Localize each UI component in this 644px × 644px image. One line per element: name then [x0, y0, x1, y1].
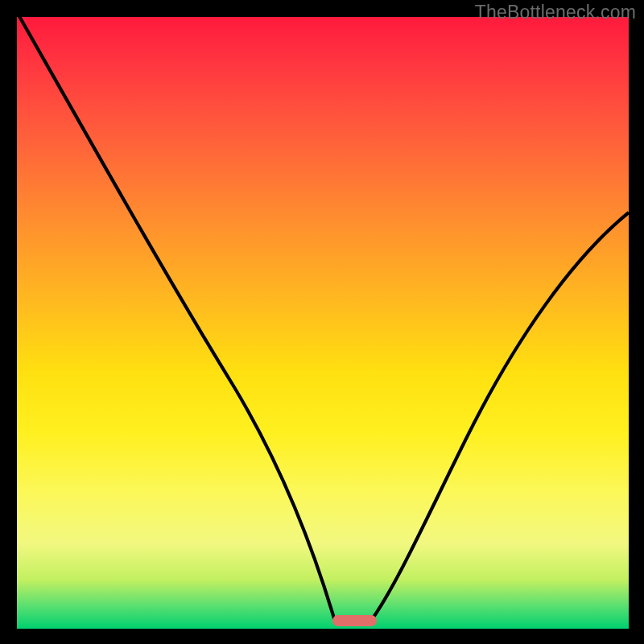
plot-area	[17, 17, 629, 629]
curve-right-branch	[369, 213, 629, 624]
chart-frame: TheBottleneck.com	[0, 0, 644, 644]
curve-left-branch	[17, 17, 340, 624]
bottleneck-curve	[17, 17, 629, 629]
bottleneck-marker	[332, 615, 377, 626]
watermark-text: TheBottleneck.com	[475, 2, 636, 23]
